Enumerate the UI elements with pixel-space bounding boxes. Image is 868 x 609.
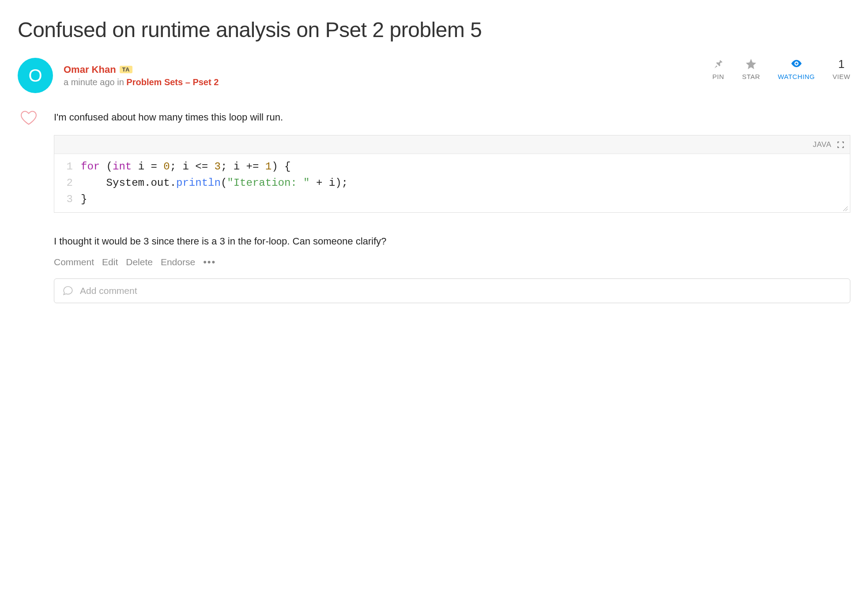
ta-badge: TA [120,66,132,73]
post-in: in [115,77,127,87]
resize-handle-icon[interactable] [842,204,848,211]
more-icon[interactable]: ••• [203,256,216,268]
comment-bubble-icon [62,285,74,297]
code-header: JAVA [54,135,850,154]
author-name[interactable]: Omar Khan [64,64,116,75]
code-content: 1for (int i = 0; i <= 3; i += 1) {2 Syst… [54,154,850,212]
eye-icon [790,58,803,70]
star-action[interactable]: STAR [742,58,760,80]
post-meta: a minute ago in Problem Sets – Pset 2 [64,77,219,87]
post-footer-actions: Comment Edit Delete Endorse ••• [54,256,850,268]
author-avatar[interactable]: O [18,58,53,93]
body-outro: I thought it would be 3 since there is a… [54,234,850,248]
watching-label: WATCHING [778,73,815,80]
code-block-container: JAVA 1for (int i = 0; i <= 3; i += 1) {2… [54,135,850,213]
line-number: 2 [54,175,81,191]
code-language-label: JAVA [813,140,831,149]
author-block: O Omar Khan TA a minute ago in Problem S… [18,58,219,93]
code-line: 2 System.out.println("Iteration: " + i); [54,175,850,191]
endorse-action[interactable]: Endorse [161,257,195,267]
post-body: I'm confused about how many times this l… [18,110,850,303]
pin-action[interactable]: PIN [712,58,725,80]
view-count: 1 [838,58,845,70]
add-comment-box[interactable] [54,278,850,303]
pin-label: PIN [712,73,724,80]
post-header: O Omar Khan TA a minute ago in Problem S… [18,58,850,93]
like-column [18,110,40,126]
line-number: 3 [54,191,81,207]
author-meta: Omar Khan TA a minute ago in Problem Set… [64,64,219,87]
code-text: for (int i = 0; i <= 3; i += 1) { [81,158,291,175]
code-text: System.out.println("Iteration: " + i); [81,175,348,191]
star-label: STAR [742,73,760,80]
post-title: Confused on runtime analysis on Pset 2 p… [18,18,850,42]
post-time: a minute ago [64,77,115,87]
post-actions-row: PIN STAR WATCHING 1 VIEW [712,58,850,80]
heart-icon[interactable] [20,110,38,126]
edit-action[interactable]: Edit [102,257,118,267]
star-icon [745,58,757,70]
line-number: 1 [54,158,81,175]
code-line: 3} [54,191,850,207]
body-intro: I'm confused about how many times this l… [54,110,850,124]
view-count-block: 1 VIEW [833,58,850,80]
code-line: 1for (int i = 0; i <= 3; i += 1) { [54,158,850,175]
comment-input[interactable] [80,286,842,296]
post-category[interactable]: Problem Sets – Pset 2 [126,77,219,87]
watching-action[interactable]: WATCHING [778,58,815,80]
expand-icon[interactable] [837,141,845,149]
code-text: } [81,191,87,207]
author-name-row: Omar Khan TA [64,64,219,75]
content-column: I'm confused about how many times this l… [54,110,850,303]
comment-action[interactable]: Comment [54,257,94,267]
view-label: VIEW [833,73,850,80]
pin-icon [712,58,725,70]
delete-action[interactable]: Delete [126,257,153,267]
